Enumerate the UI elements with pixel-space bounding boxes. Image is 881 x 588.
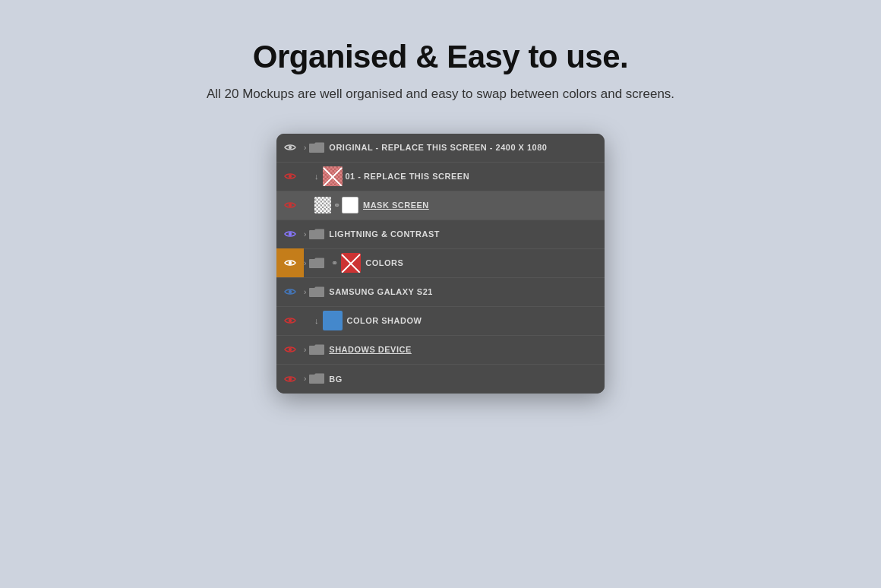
subtitle: All 20 Mockups are well organised and ea…: [207, 85, 674, 103]
link-icon-mask: ⚭: [333, 201, 340, 210]
eye-icon-mask: [284, 201, 296, 209]
layer-content-replace: ↓ 01 - REPLACE THIS SCREEN: [304, 166, 597, 186]
folder-icon-lightning: [309, 229, 324, 240]
svg-point-2: [289, 204, 292, 207]
visibility-toggle-mask[interactable]: [276, 201, 304, 209]
layer-name-samsung: SAMSUNG GALAXY S21: [329, 287, 433, 296]
chevron-icon-original: ›: [304, 144, 306, 152]
thumbnail-mask-screen: ⚭: [314, 197, 358, 213]
visibility-toggle-samsung[interactable]: [276, 288, 304, 296]
layer-content-bg: › BG: [304, 373, 597, 384]
folder-icon-bg: [309, 373, 324, 384]
layer-name-replace: 01 - REPLACE THIS SCREEN: [346, 172, 470, 181]
eye-icon-replace: [284, 172, 296, 180]
visibility-toggle-colors[interactable]: [276, 248, 304, 277]
layer-row-colors[interactable]: › ⚭ COLORS: [276, 249, 605, 278]
visibility-toggle-shadows-device[interactable]: [276, 346, 304, 353]
layer-content-mask: ⚭ MASK SCREEN: [304, 197, 597, 213]
header-section: Organised & Easy to use. All 20 Mockups …: [207, 0, 674, 103]
chevron-icon-samsung: ›: [304, 288, 306, 296]
layer-row-lightning[interactable]: › LIGHTNING & CONTRAST: [276, 220, 605, 249]
svg-point-1: [289, 175, 292, 178]
svg-point-3: [289, 232, 292, 236]
layer-name-shadows-device: SHADOWS DEVICE: [329, 345, 411, 354]
svg-point-5: [289, 290, 292, 293]
folder-icon-colors: [309, 258, 324, 269]
layer-row-replace-screen[interactable]: ↓ 01 - REPLACE THIS SCREEN: [276, 163, 605, 191]
layer-name-mask: MASK SCREEN: [363, 201, 429, 210]
svg-point-0: [289, 146, 292, 149]
layer-row-samsung[interactable]: › SAMSUNG GALAXY S21: [276, 278, 605, 307]
svg-point-4: [289, 261, 292, 264]
layer-row-color-shadow[interactable]: ↓ COLOR SHADOW: [276, 307, 605, 336]
eye-icon-shadows-device: [284, 346, 296, 353]
layer-content-shadows-device: › SHADOWS DEVICE: [304, 344, 597, 356]
arrow-icon-replace: ↓: [314, 172, 319, 181]
visibility-toggle-original[interactable]: [276, 144, 304, 151]
thumbnail-color-shadow: [323, 311, 343, 330]
svg-point-6: [289, 319, 292, 322]
folder-icon-samsung: [309, 286, 324, 298]
layer-content-colors: › ⚭ COLORS: [304, 253, 597, 273]
folder-icon-shadows-device: [309, 344, 324, 356]
visibility-toggle-replace[interactable]: [276, 172, 304, 180]
layer-content-lightning: › LIGHTNING & CONTRAST: [304, 229, 597, 240]
visibility-toggle-color-shadow[interactable]: [276, 317, 304, 324]
eye-icon-lightning: [284, 230, 296, 238]
thumbnail-colors: [341, 253, 361, 273]
layer-row-shadows-device[interactable]: › SHADOWS DEVICE: [276, 336, 605, 365]
svg-point-8: [289, 378, 292, 381]
chevron-icon-bg: ›: [304, 375, 306, 383]
layer-row-mask-screen[interactable]: ⚭ MASK SCREEN: [276, 191, 605, 220]
visibility-toggle-bg[interactable]: [276, 375, 304, 383]
layer-row-bg[interactable]: › BG: [276, 365, 605, 394]
layers-panel: › ORIGINAL - REPLACE THIS SCREEN - 2400 …: [276, 134, 605, 394]
arrow-icon-color-shadow: ↓: [314, 316, 319, 325]
layer-name-lightning: LIGHTNING & CONTRAST: [329, 229, 440, 239]
eye-icon-samsung: [284, 288, 296, 296]
folder-icon-original: [309, 142, 324, 153]
layer-content-original: › ORIGINAL - REPLACE THIS SCREEN - 2400 …: [304, 142, 597, 153]
eye-icon-original: [284, 144, 296, 151]
eye-icon-bg: [284, 375, 296, 383]
layer-name-color-shadow: COLOR SHADOW: [347, 316, 422, 325]
layer-row-original[interactable]: › ORIGINAL - REPLACE THIS SCREEN - 2400 …: [276, 134, 605, 163]
layer-name-bg: BG: [329, 375, 343, 384]
main-title: Organised & Easy to use.: [207, 40, 674, 74]
svg-point-7: [289, 348, 292, 351]
eye-icon-color-shadow: [284, 317, 296, 324]
chevron-icon-shadows-device: ›: [304, 346, 306, 354]
chevron-icon-lightning: ›: [304, 230, 306, 239]
link-icon-colors: ⚭: [331, 258, 338, 268]
chevron-icon-colors: ›: [304, 259, 306, 267]
layer-content-color-shadow: ↓ COLOR SHADOW: [304, 311, 597, 330]
layer-name-original: ORIGINAL - REPLACE THIS SCREEN - 2400 X …: [329, 143, 547, 152]
layer-content-samsung: › SAMSUNG GALAXY S21: [304, 286, 597, 298]
thumbnail-replace-screen: [323, 166, 343, 186]
visibility-toggle-lightning[interactable]: [276, 230, 304, 238]
layer-name-colors: COLORS: [365, 258, 403, 267]
eye-icon-colors: [284, 259, 296, 267]
